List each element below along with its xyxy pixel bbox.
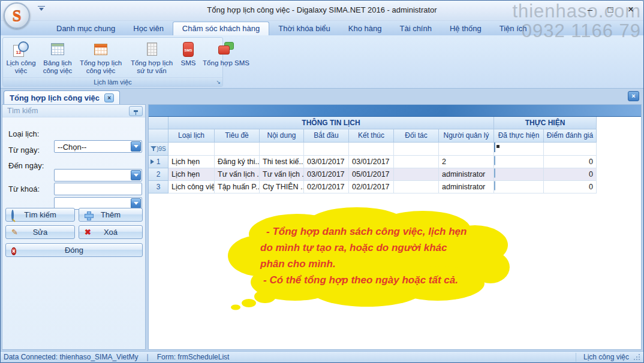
app-logo[interactable]: S <box>4 2 30 29</box>
cell-doi-tac[interactable] <box>394 181 439 193</box>
document-tab-close-icon[interactable]: × <box>104 93 114 102</box>
status-form: Form: frmScheduleList <box>157 353 230 361</box>
tu-khoa-input[interactable] <box>54 183 142 195</box>
table-row[interactable]: 3 Lịch công việc Tập huấn P... Cty THIÊN… <box>149 181 641 193</box>
filter-cell[interactable] <box>439 143 494 156</box>
pin-button[interactable] <box>129 106 143 116</box>
cell-doi-tac[interactable] <box>394 156 439 168</box>
cell-nguoi-quan-ly[interactable]: administrator <box>439 168 494 181</box>
cell-ket-thuc[interactable]: 03/01/2017 <box>349 156 394 168</box>
cell-ket-thuc[interactable]: 02/01/2017 <box>349 181 394 193</box>
column-header-noi-dung[interactable]: Nội dung <box>260 129 304 143</box>
tab-danh-muc-chung[interactable]: Danh mục chung <box>47 22 124 35</box>
cell-diem-danh-gia[interactable]: 0 <box>544 156 597 168</box>
table-row[interactable]: 1 Lịch hẹn Đăng ký thi... Thi test kiế..… <box>149 156 641 168</box>
cell-loai-lich[interactable]: Lịch hẹn <box>168 168 215 181</box>
tab-kho-hang[interactable]: Kho hàng <box>339 22 391 35</box>
chevron-down-icon[interactable] <box>131 198 141 208</box>
checkbox-indeterminate-icon[interactable] <box>494 143 495 152</box>
column-header-tieu-de[interactable]: Tiêu đề <box>215 129 260 143</box>
ribbon-button-bang-lich-cong-viec[interactable]: Bảng lịch công việc <box>38 39 77 77</box>
band-header-row: THÔNG TIN LỊCH THỰC HIỆN <box>149 117 641 129</box>
filter-funnel-icon <box>151 146 157 152</box>
loai-lich-select[interactable]: --Chọn-- <box>54 140 142 153</box>
app-window: Tổng hợp lịch công việc - Digalaxy SIMA.… <box>0 0 644 363</box>
title-bar: Tổng hợp lịch công việc - Digalaxy SIMA.… <box>1 1 643 21</box>
column-header-ket-thuc[interactable]: Kết thúc <box>349 129 394 143</box>
checkbox-unchecked-icon[interactable] <box>494 168 495 178</box>
delete-button[interactable]: ✖ Xoá <box>79 225 143 239</box>
band-thong-tin-lich[interactable]: THÔNG TIN LỊCH <box>168 117 494 129</box>
close-form-button[interactable]: × Đóng <box>5 243 143 257</box>
quick-access-dropdown-icon[interactable] <box>38 6 45 12</box>
cell-tieu-de[interactable]: Đăng ký thi... <box>215 156 260 168</box>
filter-cell[interactable] <box>349 143 394 156</box>
cell-bat-dau[interactable]: 03/01/2017 <box>304 156 349 168</box>
cell-noi-dung[interactable]: Cty THIÊN ... <box>260 181 304 193</box>
search-button[interactable]: Tìm kiếm <box>5 208 75 222</box>
column-header-doi-tac[interactable]: Đối tác <box>394 129 439 143</box>
document-tab[interactable]: Tổng hợp lịch công việc × <box>4 90 120 104</box>
column-header-nguoi-quan-ly[interactable]: Người quản lý <box>439 129 494 143</box>
cell-ket-thuc[interactable]: 05/01/2017 <box>349 168 394 181</box>
column-header-da-thuc-hien[interactable]: Đã thực hiện <box>494 129 544 143</box>
row-indicator: 1 <box>149 156 168 168</box>
filter-cell[interactable] <box>544 143 597 156</box>
tab-thoi-khoa-bieu[interactable]: Thời khóa biểu <box>269 22 339 35</box>
dialog-launcher-icon[interactable]: ↘ <box>216 78 221 86</box>
table-row[interactable]: 2 Lịch hẹn Tư vấn lịch ... Tư vấn lịch .… <box>149 168 641 181</box>
tab-tai-chinh[interactable]: Tài chính <box>390 22 440 35</box>
column-header-bat-dau[interactable]: Bắt đầu <box>304 129 349 143</box>
checkbox-unchecked-icon[interactable] <box>494 156 495 165</box>
checkbox-unchecked-icon[interactable] <box>494 181 495 190</box>
column-header-diem-danh-gia[interactable]: Điểm đánh giá <box>544 129 597 143</box>
cell-loai-lich[interactable]: Lịch hẹn <box>168 156 215 168</box>
close-circle-icon: × <box>11 246 16 255</box>
ribbon-button-sms[interactable]: SMS <box>176 39 200 77</box>
cell-tieu-de[interactable]: Tư vấn lịch ... <box>215 168 260 181</box>
filter-cell-checkbox[interactable] <box>494 143 544 156</box>
cell-nguoi-quan-ly[interactable]: administrator <box>439 181 494 193</box>
chevron-down-icon[interactable] <box>131 170 141 180</box>
cell-da-thuc-hien[interactable] <box>494 181 544 193</box>
calendar-orange-icon <box>94 44 107 55</box>
cell-bat-dau[interactable]: 02/01/2017 <box>304 181 349 193</box>
filter-cell[interactable] <box>215 143 260 156</box>
filter-cell[interactable] <box>168 143 215 156</box>
tab-he-thong[interactable]: Hệ thống <box>441 22 490 35</box>
close-button[interactable]: × <box>625 4 636 16</box>
tu-ngay-select[interactable] <box>54 169 142 182</box>
filter-cell[interactable] <box>394 143 439 156</box>
cell-nguoi-quan-ly[interactable]: 2 <box>439 156 494 168</box>
column-header-loai-lich[interactable]: Loại lịch <box>168 129 215 143</box>
ribbon-button-tong-hop-lich-su-tu-van[interactable]: Tổng hợp lịch sứ tư vấn <box>127 39 176 77</box>
cell-da-thuc-hien[interactable] <box>494 168 544 181</box>
ribbon-button-tong-hop-sms[interactable]: Tổng hợp SMS <box>200 39 252 77</box>
filter-cell[interactable] <box>260 143 304 156</box>
cell-doi-tac[interactable] <box>394 168 439 181</box>
cell-bat-dau[interactable]: 03/01/2017 <box>304 168 349 181</box>
cell-da-thuc-hien[interactable] <box>494 156 544 168</box>
ribbon-button-tong-hop-lich-cong-viec[interactable]: Tổng hợp lịch công việc <box>77 39 125 77</box>
filter-indicator-cell[interactable]: )9S <box>149 143 168 156</box>
ribbon-button-lich-cong-viec[interactable]: Lịch công việc <box>4 39 38 77</box>
maximize-button[interactable]: □ <box>605 4 616 16</box>
cell-diem-danh-gia[interactable]: 0 <box>544 168 597 181</box>
cell-noi-dung[interactable]: Thi test kiế... <box>260 156 304 168</box>
band-thuc-hien[interactable]: THỰC HIỆN <box>494 117 597 129</box>
tab-hoc-vien[interactable]: Học viên <box>124 22 173 35</box>
chevron-down-icon[interactable] <box>131 141 141 152</box>
logo-letter: S <box>5 4 29 29</box>
resize-grip[interactable] <box>634 354 640 361</box>
tab-cham-soc-khach-hang[interactable]: Chăm sóc khách hàng <box>173 22 269 35</box>
panel-close-button[interactable]: × <box>628 91 639 101</box>
cell-tieu-de[interactable]: Tập huấn P... <box>215 181 260 193</box>
minimize-button[interactable]: – <box>585 4 595 16</box>
edit-button[interactable]: ✎ Sửa <box>5 225 75 239</box>
cell-noi-dung[interactable]: Tư vấn lịch ... <box>260 168 304 181</box>
filter-cell[interactable] <box>304 143 349 156</box>
add-button[interactable]: Thêm <box>79 208 143 222</box>
tab-tien-ich[interactable]: Tiện ích <box>490 22 536 35</box>
cell-loai-lich[interactable]: Lịch công việc <box>168 181 215 193</box>
cell-diem-danh-gia[interactable]: 0 <box>544 181 597 193</box>
